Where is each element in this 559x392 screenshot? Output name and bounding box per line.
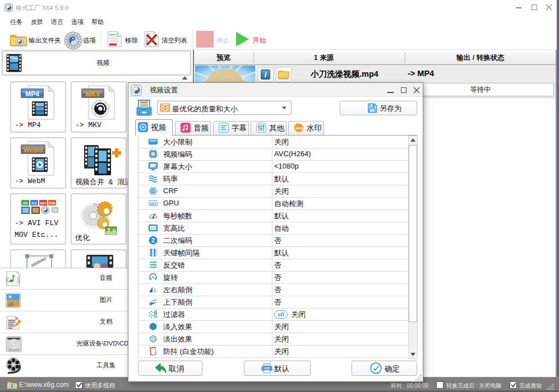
svg-text:Webm: Webm xyxy=(24,147,43,153)
svg-text:MOV: MOV xyxy=(40,202,47,205)
svg-text:2: 2 xyxy=(151,237,155,244)
svg-text:MP4: MP4 xyxy=(25,90,39,98)
svg-text:VOB: VOB xyxy=(49,202,56,205)
svg-text:AVI: AVI xyxy=(23,202,28,205)
svg-text:FLV: FLV xyxy=(31,202,37,205)
svg-text:NEW: NEW xyxy=(295,127,302,130)
svg-text:GPU: GPU xyxy=(150,202,156,206)
svg-text:MKV: MKV xyxy=(85,90,100,98)
svg-text:DEFAULT: DEFAULT xyxy=(264,367,271,370)
